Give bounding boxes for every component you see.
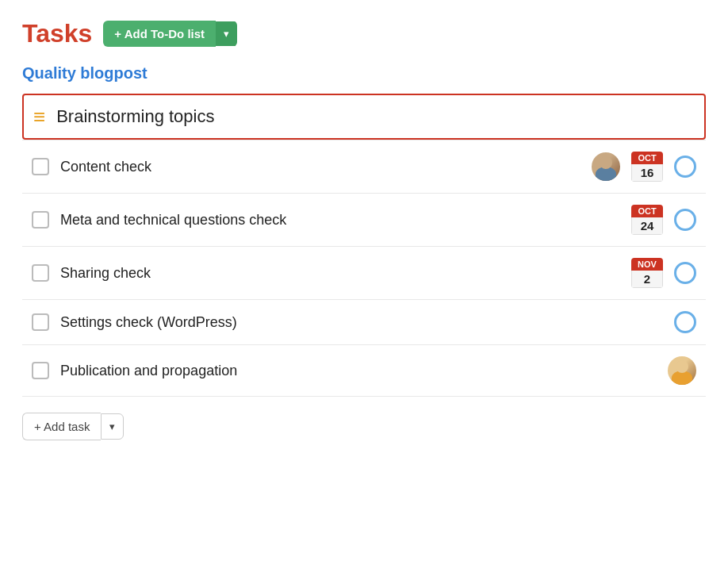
task-row: Meta and technical questions checkOct24 xyxy=(22,194,706,247)
brainstorm-label: Brainstorming topics xyxy=(56,106,214,127)
task-row: Sharing checkNov2 xyxy=(22,247,706,300)
circle-indicator xyxy=(674,311,696,333)
add-todo-button-group: + Add To-Do list ▾ xyxy=(103,21,237,47)
task-list: Content checkOct16Meta and technical que… xyxy=(22,140,706,397)
date-badge: Oct24 xyxy=(631,205,663,235)
task-checkbox[interactable] xyxy=(32,362,49,379)
avatar xyxy=(668,356,696,385)
add-todo-main-button[interactable]: + Add To-Do list xyxy=(103,21,216,47)
task-label: Content check xyxy=(60,159,580,175)
task-checkbox[interactable] xyxy=(32,158,49,175)
header: Tasks + Add To-Do list ▾ xyxy=(22,19,706,48)
task-label: Sharing check xyxy=(60,265,620,282)
task-label: Publication and propagation xyxy=(60,363,657,379)
date-badge-day: 2 xyxy=(631,271,663,288)
date-badge: Nov2 xyxy=(631,258,663,288)
task-row: Settings check (WordPress) xyxy=(22,300,706,345)
brainstorm-row[interactable]: ≡ Brainstorming topics xyxy=(22,94,706,140)
avatar xyxy=(592,152,620,181)
task-row: Publication and propagation xyxy=(22,345,706,397)
date-badge: Oct16 xyxy=(631,152,663,182)
date-badge-month: Nov xyxy=(631,258,663,271)
circle-indicator xyxy=(674,156,696,178)
add-task-main-button[interactable]: + Add task xyxy=(22,413,101,440)
date-badge-month: Oct xyxy=(631,205,663,217)
task-label: Meta and technical questions check xyxy=(60,212,620,229)
add-task-row: + Add task ▾ xyxy=(22,413,706,440)
add-task-arrow-button[interactable]: ▾ xyxy=(101,413,124,440)
section-title: Quality blogpost xyxy=(22,64,706,83)
task-label: Settings check (WordPress) xyxy=(60,314,663,331)
add-todo-arrow-button[interactable]: ▾ xyxy=(216,21,237,46)
date-badge-month: Oct xyxy=(631,152,663,164)
date-badge-day: 24 xyxy=(631,217,663,235)
task-checkbox[interactable] xyxy=(32,211,49,229)
list-icon: ≡ xyxy=(33,106,45,127)
circle-indicator xyxy=(674,209,696,231)
task-checkbox[interactable] xyxy=(32,313,49,331)
page-title: Tasks xyxy=(22,19,92,48)
circle-indicator xyxy=(674,262,696,284)
task-checkbox[interactable] xyxy=(32,264,49,282)
task-row: Content checkOct16 xyxy=(22,140,706,194)
date-badge-day: 16 xyxy=(631,164,663,182)
